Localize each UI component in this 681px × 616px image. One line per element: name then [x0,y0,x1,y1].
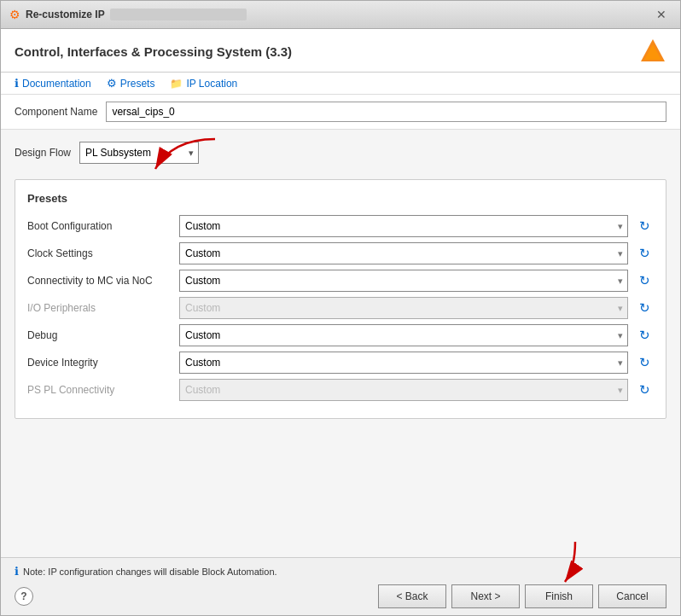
reset-button-1[interactable]: ↻ [635,244,654,263]
app-icon: ⚙ [9,8,20,21]
red-arrow-annotation [147,135,224,182]
preset-row: Boot Configuration Custom ↻ [27,215,654,237]
footer-buttons: ? < Back Next > Finish Cancel [15,584,666,608]
documentation-link[interactable]: ℹ Documentation [15,77,91,90]
title-bar-blurred [110,9,247,20]
info-icon: ℹ [15,77,19,90]
folder-icon: 📁 [170,78,183,90]
dialog-window: ⚙ Re-customize IP ✕ Control, Interfaces … [0,0,681,616]
preset-label-0: Boot Configuration [27,220,172,232]
preset-row: Connectivity to MC via NoC Custom ↻ [27,270,654,292]
preset-select-0[interactable]: Custom [179,215,628,237]
preset-label-2: Connectivity to MC via NoC [27,275,172,287]
reset-button-2[interactable]: ↻ [635,271,654,290]
reset-button-4[interactable]: ↻ [635,326,654,345]
reset-button-0[interactable]: ↻ [635,217,654,235]
reset-button-6[interactable]: ↻ [635,381,654,399]
dialog-header: Control, Interfaces & Processing System … [1,29,680,73]
component-name-row: Component Name [1,95,680,130]
preset-label-5: Device Integrity [27,357,172,369]
preset-select-wrapper-3: Custom [179,297,628,319]
preset-label-4: Debug [27,329,172,341]
footer-note: ℹ Note: IP configuration changes will di… [15,565,666,578]
title-bar: ⚙ Re-customize IP ✕ [1,1,680,29]
preset-row: Device Integrity Custom ↻ [27,352,654,374]
presets-title: Presets [27,192,654,205]
reset-button-3[interactable]: ↻ [635,299,654,317]
preset-label-6: PS PL Connectivity [27,384,172,396]
finish-button[interactable]: Finish [525,584,593,608]
preset-label-3: I/O Peripherals [27,302,172,314]
documentation-label: Documentation [22,78,91,90]
presets-section: Presets Boot Configuration Custom ↻ Cloc… [15,179,666,419]
dialog-title: Control, Interfaces & Processing System … [15,44,292,59]
preset-row: Debug Custom ↻ [27,324,654,346]
preset-row: I/O Peripherals Custom ↻ [27,297,654,319]
preset-row: PS PL Connectivity Custom ↻ [27,379,654,401]
help-button[interactable]: ? [15,587,33,606]
back-button[interactable]: < Back [378,584,446,608]
close-button[interactable]: ✕ [651,6,672,23]
ip-location-link[interactable]: 📁 IP Location [170,78,237,90]
info-icon-footer: ℹ [15,565,19,578]
vivado-logo [639,38,666,65]
presets-link[interactable]: ⚙ Presets [107,77,155,90]
title-bar-title: Re-customize IP [26,9,105,20]
preset-select-2[interactable]: Custom [179,270,628,292]
preset-row: Clock Settings Custom ↻ [27,242,654,264]
cancel-button[interactable]: Cancel [598,584,666,608]
preset-select-5[interactable]: Custom [179,352,628,374]
preset-select-wrapper-5: Custom [179,352,628,374]
presets-label: Presets [120,78,155,90]
preset-select-4[interactable]: Custom [179,324,628,346]
ip-location-label: IP Location [186,78,237,90]
gear-icon: ⚙ [107,77,117,90]
preset-select-wrapper-2: Custom [179,270,628,292]
design-flow-row: Design Flow PL Subsystem [15,142,666,164]
title-bar-left: ⚙ Re-customize IP [9,8,247,21]
preset-label-1: Clock Settings [27,247,172,259]
footer: ℹ Note: IP configuration changes will di… [1,557,680,615]
preset-select-wrapper-6: Custom [179,379,628,401]
navigation-buttons: < Back Next > Finish Cancel [378,584,666,608]
design-flow-label: Design Flow [15,147,71,159]
component-name-label: Component Name [15,106,97,118]
preset-select-3: Custom [179,297,628,319]
preset-select-wrapper-4: Custom [179,324,628,346]
footer-note-text: Note: IP configuration changes will disa… [23,567,277,577]
preset-select-wrapper-0: Custom [179,215,628,237]
preset-select-6: Custom [179,379,628,401]
preset-select-1[interactable]: Custom [179,242,628,264]
reset-button-5[interactable]: ↻ [635,353,654,372]
component-name-input[interactable] [106,102,666,122]
next-button[interactable]: Next > [451,584,520,608]
toolbar: ℹ Documentation ⚙ Presets 📁 IP Location [1,73,680,95]
preset-select-wrapper-1: Custom [179,242,628,264]
main-content: Design Flow PL Subsystem Presets [1,130,680,557]
